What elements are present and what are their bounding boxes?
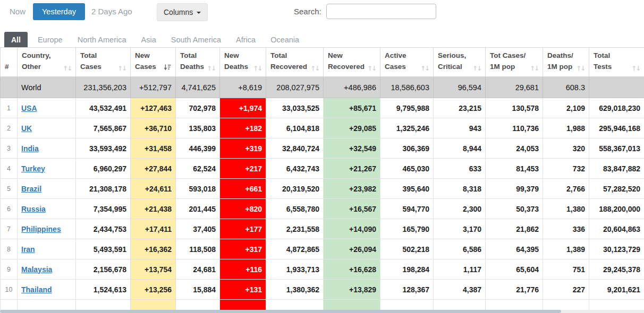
column-header-new_deaths[interactable]: NewDeaths↑↓ [220,48,266,77]
columns-dropdown-button[interactable]: Columns [157,3,208,21]
country-link[interactable]: Thailand [21,285,52,294]
country-cell: Iran [18,239,76,259]
cell-total_deaths: 24,681 [176,259,220,280]
table-row: 9Malaysia2,156,678+13,75424,681+1161,933… [1,259,644,280]
country-link[interactable]: Turkey [21,164,45,173]
country-link[interactable]: Iran [21,245,35,254]
column-header-country[interactable]: Country,Other↑↓ [18,48,76,77]
cell-total_cases: 7,354,995 [76,199,131,219]
cell-new_recovered: +14,090 [324,219,380,239]
table-row: 10Thailand1,524,613+13,25615,884+1311,38… [1,280,644,300]
column-header-total_deaths[interactable]: TotalDeaths↑↓ [176,48,220,77]
cell-active_cases: 502,218 [380,239,434,259]
cell-serious_critical: 1,117 [434,259,486,280]
tab-africa[interactable]: Africa [236,32,256,48]
country-link[interactable]: India [21,144,39,153]
now-button[interactable]: Now [10,7,26,16]
country-link[interactable]: UK [21,124,32,133]
cell-tot_cases_1m [486,300,543,310]
sort-both-icon: ↑↓ [576,65,584,73]
cell-deaths_1m: 227 [543,280,589,300]
cell-active_cases: 9,795,988 [380,98,434,118]
cell-new_deaths: +661 [220,179,266,199]
cell-total_recovered: 33,033,525 [266,98,324,118]
row-rank [1,300,18,310]
cell-active_cases: 165,790 [380,219,434,239]
horizontal-scrollbar[interactable] [0,310,644,313]
sort-both-icon: ↑↓ [367,65,376,73]
cell-new_recovered: +16,567 [324,199,380,219]
table-row: 2UK7,565,867+36,710135,803+1826,104,818+… [1,118,644,138]
cell-new_deaths: +319 [220,138,266,159]
cell-new_cases: +13,754 [131,259,176,280]
cell-new_deaths: +820 [220,199,266,219]
country-cell: Turkey [18,159,76,179]
cell-deaths_1m: 608.3 [543,77,589,98]
column-header-total_cases[interactable]: TotalCases↑↓ [76,48,131,77]
tab-oceania[interactable]: Oceania [270,32,299,48]
cell-total_tests: 295,946,168 [589,118,644,138]
cell-new_cases: +36,710 [131,118,176,138]
cell-total_recovered: 6,104,818 [266,118,324,138]
country-cell: Philippines [18,219,76,239]
cell-serious_critical [434,300,486,310]
row-rank: 9 [1,259,18,280]
column-header-active_cases[interactable]: ActiveCases↑↓ [380,48,434,77]
horizontal-scrollbar-thumb[interactable] [0,310,561,313]
cell-total_deaths: 4,741,625 [176,77,220,98]
cell-serious_critical: 8,944 [434,138,486,159]
column-header-new_cases[interactable]: NewCases [131,48,176,77]
cell-serious_critical: 4,387 [434,280,486,300]
sort-desc-icon [164,64,171,73]
country-link[interactable]: Philippines [21,225,61,233]
country-cell [18,300,76,310]
column-header-serious_critical[interactable]: Serious,Critical↑↓ [434,48,486,77]
cell-total_cases: 21,308,178 [76,179,131,199]
column-header-deaths_1m[interactable]: Deaths/1M pop↑↓ [543,48,589,77]
country-link[interactable]: Russia [21,205,46,213]
row-rank: 6 [1,199,18,219]
cell-total_deaths: 37,405 [176,219,220,239]
cell-new_recovered: +32,549 [324,138,380,159]
cell-active_cases: 594,770 [380,199,434,219]
tab-south-america[interactable]: South America [171,32,221,48]
column-header-new_recovered[interactable]: NewRecovered↑↓ [324,48,380,77]
yesterday-button[interactable]: Yesterday [33,3,85,20]
cell-new_deaths [220,300,266,310]
cell-new_cases: +17,411 [131,219,176,239]
tab-north-america[interactable]: North America [78,32,126,48]
cell-active_cases: 128,367 [380,280,434,300]
cell-total_deaths: 702,978 [176,98,220,118]
cell-total_tests: 20,604,863 [589,219,644,239]
cell-active_cases: 198,284 [380,259,434,280]
two-days-ago-button[interactable]: 2 Days Ago [91,7,132,16]
column-header-tot_cases_1m[interactable]: Tot Cases/1M pop↑↓ [486,48,543,77]
cell-deaths_1m: 751 [543,259,589,280]
cell-total_recovered: 208,027,975 [266,77,324,98]
cell-total_recovered: 1,933,713 [266,259,324,280]
cell-total_tests [589,77,644,98]
tab-all[interactable]: All [4,32,28,48]
toolbar: Now Yesterday 2 Days Ago Columns Search: [0,0,644,31]
cell-total_deaths: 446,399 [176,138,220,159]
cell-total_cases: 7,565,867 [76,118,131,138]
country-link[interactable]: Malaysia [21,265,52,274]
cell-active_cases: 465,030 [380,159,434,179]
cell-deaths_1m: 2,109 [543,98,589,118]
table-row: 8Iran5,493,591+16,362118,508+3174,872,86… [1,239,644,259]
country-cell: Thailand [18,280,76,300]
sort-both-icon: ↑↓ [472,65,481,73]
cell-new_recovered: +13,829 [324,280,380,300]
row-rank: 10 [1,280,18,300]
table-row: 6Russia7,354,995+21,438201,445+8206,558,… [1,199,644,219]
search-input[interactable] [326,4,436,19]
tab-asia[interactable]: Asia [141,32,156,48]
cell-new_cases: +127,463 [131,98,176,118]
sort-both-icon: ↑↓ [420,65,429,73]
column-header-total_tests[interactable]: TotalTests↑↓ [589,48,644,77]
columns-button-label: Columns [164,8,193,16]
country-link[interactable]: USA [21,104,37,112]
tab-europe[interactable]: Europe [38,32,63,48]
country-link[interactable]: Brazil [21,185,41,193]
column-header-total_recovered[interactable]: TotalRecovered↑↓ [266,48,324,77]
